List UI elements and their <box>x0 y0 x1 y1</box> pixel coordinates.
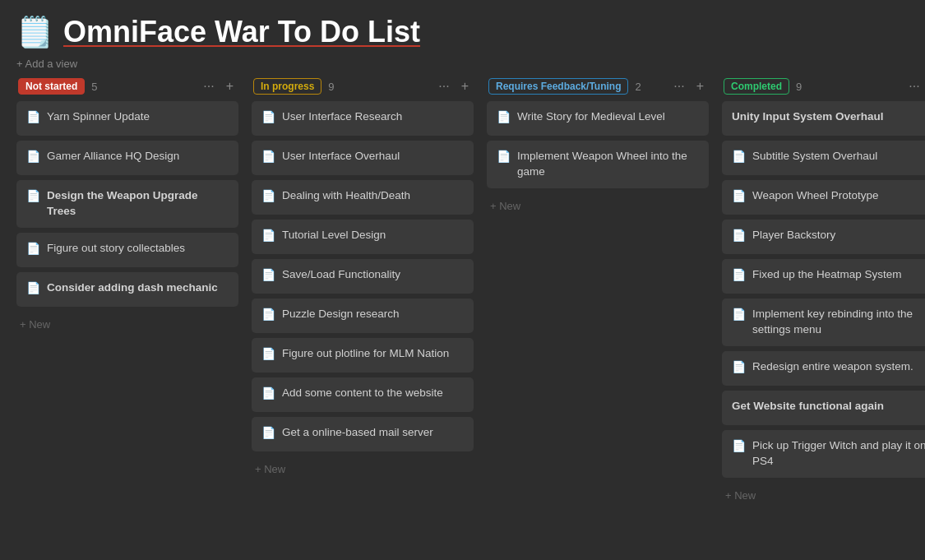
column-header-requires-feedback: Requires Feedback/Tuning2···+ <box>487 78 709 95</box>
card-weapon-wheel-proto[interactable]: 📄Weapon Wheel Prototype <box>722 180 925 215</box>
status-badge-completed: Completed <box>724 78 789 95</box>
status-badge-in-progress: In progress <box>253 78 321 95</box>
card-text-puzzle-design: Puzzle Design research <box>282 307 400 322</box>
card-text-unity-input: Unity Input System Overhaul <box>732 110 884 123</box>
col-menu-button-in-progress[interactable]: ··· <box>435 78 452 95</box>
card-text-dash-mechanic: Consider adding dash mechanic <box>47 280 218 296</box>
card-text-ui-overhaul: User Interface Overhaul <box>282 149 400 164</box>
doc-icon-yarn-spinner: 📄 <box>26 110 40 123</box>
card-text-write-story-medieval: Write Story for Medieval Level <box>517 109 665 125</box>
card-text-tutorial-level: Tutorial Level Design <box>282 228 386 243</box>
doc-icon-player-backstory: 📄 <box>732 229 746 242</box>
doc-icon-heatmap-system: 📄 <box>732 268 746 281</box>
doc-icon-ui-overhaul: 📄 <box>261 150 275 163</box>
card-dash-mechanic[interactable]: 📄Consider adding dash mechanic <box>16 272 238 307</box>
card-puzzle-design[interactable]: 📄Puzzle Design research <box>252 299 474 333</box>
card-story-collectables[interactable]: 📄Figure out story collectables <box>16 233 238 267</box>
card-implement-weapon-wheel[interactable]: 📄Implement Weapon Wheel into the game <box>487 141 709 188</box>
card-write-story-medieval[interactable]: 📄Write Story for Medieval Level <box>487 101 709 136</box>
card-text-mail-server: Get a online-based mail server <box>282 425 433 441</box>
column-not-started: Not started5···+📄Yarn Spinner Update📄Gam… <box>16 78 238 336</box>
add-new-completed[interactable]: + New <box>722 484 925 507</box>
card-text-story-collectables: Figure out story collectables <box>47 241 185 257</box>
col-add-button-not-started[interactable]: + <box>223 78 237 95</box>
col-count-not-started: 5 <box>91 81 97 93</box>
doc-icon-write-story-medieval: 📄 <box>497 110 511 123</box>
doc-icon-tutorial-level: 📄 <box>261 229 275 242</box>
card-text-redesign-weapon: Redesign entire weapon system. <box>752 359 913 375</box>
card-website-functional[interactable]: Get Website functional again <box>722 391 925 425</box>
doc-icon-mail-server: 📄 <box>261 426 275 439</box>
card-text-save-load: Save/Load Functionality <box>282 267 400 283</box>
col-actions-requires-feedback: ···+ <box>670 78 707 95</box>
doc-icon-puzzle-design: 📄 <box>261 308 275 321</box>
doc-icon-trigger-witch: 📄 <box>732 439 746 452</box>
status-badge-not-started: Not started <box>18 78 85 95</box>
card-heatmap-system[interactable]: 📄Fixed up the Heatmap System <box>722 259 925 294</box>
col-actions-completed: ···+ <box>905 78 925 95</box>
column-header-in-progress: In progress9···+ <box>252 78 474 95</box>
col-menu-button-completed[interactable]: ··· <box>905 78 923 95</box>
card-text-yarn-spinner: Yarn Spinner Update <box>47 109 150 125</box>
card-plotline-mlm[interactable]: 📄Figure out plotline for MLM Nation <box>252 338 474 373</box>
card-redesign-weapon[interactable]: 📄Redesign entire weapon system. <box>722 351 925 386</box>
doc-icon-subtitle-overhaul: 📄 <box>732 150 746 163</box>
doc-icon-save-load: 📄 <box>261 268 275 281</box>
card-ui-overhaul[interactable]: 📄User Interface Overhaul <box>252 141 474 175</box>
col-count-completed: 9 <box>796 81 802 93</box>
card-text-heatmap-system: Fixed up the Heatmap System <box>752 267 902 283</box>
card-weapon-upgrade[interactable]: 📄Design the Weapon Upgrade Trees <box>16 180 238 228</box>
card-player-backstory[interactable]: 📄Player Backstory <box>722 220 925 254</box>
card-mail-server[interactable]: 📄Get a online-based mail server <box>252 417 474 451</box>
doc-icon-weapon-wheel-proto: 📄 <box>732 189 746 202</box>
doc-icon-implement-weapon-wheel: 📄 <box>497 150 511 163</box>
card-trigger-witch[interactable]: 📄Pick up Trigger Witch and play it on PS… <box>722 430 925 478</box>
page-title: OmniFace War To Do List <box>63 15 420 49</box>
column-header-not-started: Not started5···+ <box>16 78 238 95</box>
card-text-plotline-mlm: Figure out plotline for MLM Nation <box>282 346 449 362</box>
kanban-board: Not started5···+📄Yarn Spinner Update📄Gam… <box>0 78 925 507</box>
card-website-content[interactable]: 📄Add some content to the website <box>252 377 474 412</box>
card-text-weapon-upgrade: Design the Weapon Upgrade Trees <box>47 188 229 220</box>
doc-icon-gamer-alliance: 📄 <box>26 150 40 163</box>
card-gamer-alliance[interactable]: 📄Gamer Alliance HQ Design <box>16 141 238 175</box>
add-view-button[interactable]: + Add a view <box>0 54 94 78</box>
page-header: 🗒️ OmniFace War To Do List <box>0 0 925 54</box>
card-text-ui-research: User Interface Research <box>282 109 402 125</box>
add-new-requires-feedback[interactable]: + New <box>487 195 709 217</box>
card-text-gamer-alliance: Gamer Alliance HQ Design <box>47 149 179 164</box>
card-key-rebinding[interactable]: 📄Implement key rebinding into the settin… <box>722 299 925 346</box>
col-actions-in-progress: ···+ <box>435 78 472 95</box>
doc-icon-website-content: 📄 <box>261 386 275 400</box>
card-text-implement-weapon-wheel: Implement Weapon Wheel into the game <box>517 149 699 180</box>
doc-icon-key-rebinding: 📄 <box>732 308 746 321</box>
column-in-progress: In progress9···+📄User Interface Research… <box>252 78 474 480</box>
card-health-death[interactable]: 📄Dealing with Health/Death <box>252 180 474 215</box>
doc-icon-story-collectables: 📄 <box>26 242 40 255</box>
col-actions-not-started: ···+ <box>200 78 237 95</box>
card-yarn-spinner[interactable]: 📄Yarn Spinner Update <box>16 101 238 136</box>
col-count-requires-feedback: 2 <box>635 81 641 93</box>
doc-icon-health-death: 📄 <box>261 189 275 202</box>
card-text-trigger-witch: Pick up Trigger Witch and play it on PS4 <box>752 438 925 470</box>
card-ui-research[interactable]: 📄User Interface Research <box>252 101 474 136</box>
card-subtitle-overhaul[interactable]: 📄Subtitle System Overhaul <box>722 141 925 175</box>
col-count-in-progress: 9 <box>328 81 334 93</box>
card-save-load[interactable]: 📄Save/Load Functionality <box>252 259 474 294</box>
col-menu-button-not-started[interactable]: ··· <box>200 78 217 95</box>
page-icon: 🗒️ <box>16 17 53 47</box>
column-requires-feedback: Requires Feedback/Tuning2···+📄Write Stor… <box>487 78 709 217</box>
card-text-weapon-wheel-proto: Weapon Wheel Prototype <box>752 188 879 204</box>
card-unity-input[interactable]: Unity Input System Overhaul <box>722 101 925 136</box>
card-text-subtitle-overhaul: Subtitle System Overhaul <box>752 149 877 164</box>
column-header-completed: Completed9···+ <box>722 78 925 95</box>
add-new-not-started[interactable]: + New <box>16 313 238 336</box>
card-text-player-backstory: Player Backstory <box>752 228 835 243</box>
add-new-in-progress[interactable]: + New <box>252 458 474 480</box>
card-tutorial-level[interactable]: 📄Tutorial Level Design <box>252 220 474 254</box>
col-add-button-requires-feedback[interactable]: + <box>693 78 707 95</box>
card-text-website-content: Add some content to the website <box>282 386 443 401</box>
col-menu-button-requires-feedback[interactable]: ··· <box>670 78 687 95</box>
doc-icon-dash-mechanic: 📄 <box>26 281 40 294</box>
col-add-button-in-progress[interactable]: + <box>458 78 472 95</box>
